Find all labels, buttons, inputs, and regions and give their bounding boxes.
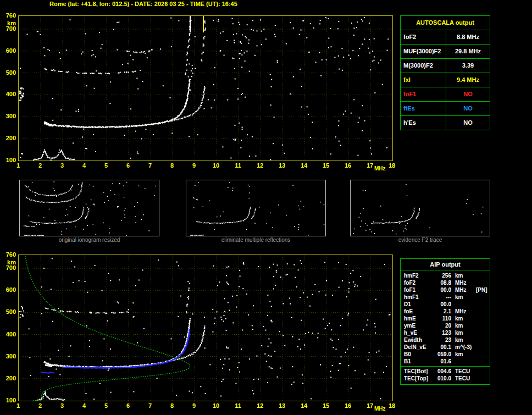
param-label: foF2 xyxy=(401,30,446,44)
y-axis-tick: 600 xyxy=(0,48,16,54)
param-unit: km xyxy=(451,272,474,279)
marker-fxl-label: fxl xyxy=(206,21,213,27)
param-extra xyxy=(474,279,490,286)
y-axis-tick: 200 xyxy=(0,135,16,141)
thumb-1-canvas xyxy=(186,180,325,236)
autoscala-row-fof1: foF1NO xyxy=(401,87,490,102)
param-value: 9.4 MHz xyxy=(446,73,490,87)
x-axis-tick: 9 xyxy=(188,163,200,169)
param-label: hmE xyxy=(401,315,431,322)
x-axis-tick: 14 xyxy=(298,403,310,409)
series-f2-ordinary xyxy=(44,79,191,129)
aip-row-fof1: foF100.0MHz[PN] xyxy=(401,286,490,294)
aip-separator xyxy=(401,366,490,367)
param-unit: km xyxy=(451,351,474,358)
x-axis-tick: 14 xyxy=(298,163,310,169)
aip-row-deln-ve: DelN_vE00.1m^(-3) xyxy=(401,344,490,351)
series-leading-blob xyxy=(45,364,53,367)
x-axis-tick: 6 xyxy=(122,163,134,169)
noise-region xyxy=(26,181,156,236)
param-unit: km xyxy=(451,315,474,322)
param-label: fxl xyxy=(401,73,446,87)
param-extra xyxy=(474,308,490,315)
param-label: ymE xyxy=(401,322,431,329)
param-unit xyxy=(451,301,474,308)
noise-region xyxy=(44,48,149,65)
y-axis-tick: 700 xyxy=(0,26,16,32)
param-value: 123 xyxy=(431,329,451,336)
autoscala-window: Rome (lat: +41.8, lon: 012.5) - DATE: 20… xyxy=(0,0,532,415)
param-value: --- xyxy=(431,294,451,301)
noise-region xyxy=(193,182,324,236)
series-f2-xmode xyxy=(85,208,90,219)
aip-row-foe: foE2.1MHz xyxy=(401,308,490,315)
autoscala-row-muf-3000-f2: MUF(3000)F229.8 MHz xyxy=(401,45,490,59)
param-label: B0 xyxy=(401,351,431,358)
marker-foF2-label: foF2 xyxy=(168,21,187,27)
x-axis-tick: 1 xyxy=(12,163,24,169)
y-axis-tick: 760 xyxy=(0,13,16,19)
noise-region xyxy=(232,23,246,148)
x-axis-unit: MHz xyxy=(374,165,386,171)
y-axis-tick: 100 xyxy=(0,157,16,163)
autoscala-row-fof2: foF28.8 MHz xyxy=(401,30,490,45)
param-value: 010.0 xyxy=(431,375,451,382)
series-sporadic-e xyxy=(37,391,65,401)
param-label: foE xyxy=(401,308,431,315)
param-value: 08.8 xyxy=(431,279,451,286)
param-value: 110 xyxy=(431,315,451,322)
param-value: 00.0 xyxy=(431,286,451,294)
param-unit: km xyxy=(451,336,474,344)
aip-row-tec-top-: TEC[Top]010.0TECU xyxy=(401,375,490,382)
param-label: hmF2 xyxy=(401,272,431,279)
aip-row-hme: hmE110km xyxy=(401,315,490,322)
plot-top-canvas xyxy=(19,16,392,161)
x-axis-tick: 1 xyxy=(12,403,24,409)
series-third-hop-arc xyxy=(25,185,73,196)
x-axis-tick: 2 xyxy=(34,163,46,169)
x-axis-tick: 7 xyxy=(144,163,156,169)
thumb-2-canvas xyxy=(351,180,490,236)
noise-region xyxy=(223,266,230,370)
y-axis-unit: km xyxy=(0,20,16,26)
param-extra xyxy=(474,315,490,322)
series-f2-trace xyxy=(371,208,415,224)
param-label: MUF(3000)F2 xyxy=(401,45,446,58)
noise-region xyxy=(19,306,24,318)
param-value: 20 xyxy=(431,322,451,329)
x-axis-tick: 8 xyxy=(166,403,178,409)
x-axis-tick: 18 xyxy=(386,163,398,169)
aip-table-title: AIP output xyxy=(401,259,490,270)
param-unit xyxy=(451,358,474,365)
autoscala-output-table: AUTOSCALA output foF28.8 MHzMUF(3000)F22… xyxy=(400,15,490,130)
y-axis-tick: 300 xyxy=(0,353,16,359)
thumbnail-evidence-f2-trace xyxy=(350,180,490,236)
plot-bottom-frame xyxy=(18,254,393,401)
param-label: hmF1 xyxy=(401,294,431,301)
param-extra xyxy=(474,294,490,301)
y-axis-tick: 700 xyxy=(0,265,16,271)
x-axis-tick: 5 xyxy=(100,403,112,409)
aip-row-hmf1: hmF1---km xyxy=(401,294,490,301)
series-multiple-reflection-a xyxy=(45,68,69,73)
noise-region xyxy=(19,87,24,101)
param-value: 01.6 xyxy=(431,358,451,365)
param-extra xyxy=(474,336,490,344)
x-axis-tick: 10 xyxy=(210,403,222,409)
aip-output-table: AIP output hmF2256kmfoF208.8MHzfoF100.0M… xyxy=(400,258,490,385)
series-f2-trace xyxy=(196,207,251,224)
param-value: NO xyxy=(446,102,490,115)
series-f2-xmode xyxy=(251,208,256,219)
y-axis-unit: km xyxy=(0,259,16,265)
x-axis-tick: 9 xyxy=(188,403,200,409)
autoscala-row-h-es: h'EsNO xyxy=(401,116,490,130)
aip-table-rows: hmF2256kmfoF208.8MHzfoF100.0MHz[PN]hmF1-… xyxy=(401,270,490,382)
thumb-0-canvas xyxy=(20,180,159,236)
series-f2-ordinary xyxy=(43,318,191,368)
param-unit: TECU xyxy=(451,368,474,375)
param-value: 2.1 xyxy=(431,308,451,315)
aip-row-b1: B101.6 xyxy=(401,358,490,365)
y-axis-tick: 760 xyxy=(0,252,16,258)
param-value: 29.8 MHz xyxy=(446,45,490,58)
aip-row-fof2: foF208.8MHz xyxy=(401,279,490,286)
